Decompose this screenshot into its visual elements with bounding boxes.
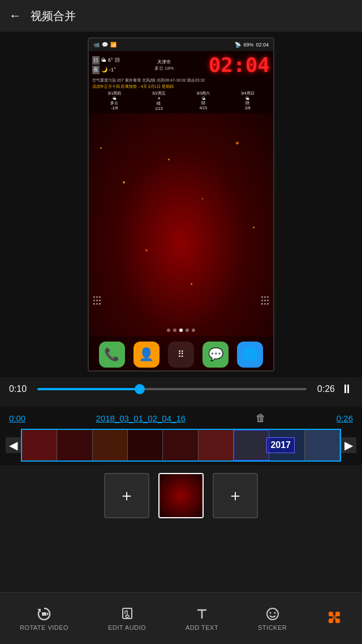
day-label: 日: [92, 56, 100, 65]
forecast-icon-2: 🌤: [181, 96, 226, 100]
filmstrip-frame-1: [57, 430, 92, 460]
sidebar-dot-r: [264, 303, 266, 305]
forecast-icon-0: 🌥: [92, 96, 137, 100]
total-time-label: 0:26: [312, 384, 335, 394]
sidebar-dot: [99, 300, 101, 301]
delete-clip-button[interactable]: 🗑: [256, 412, 266, 424]
add-after-button[interactable]: ＋: [213, 473, 258, 518]
pause-button[interactable]: ⏸: [341, 382, 353, 396]
sparkle-1: [100, 147, 102, 149]
back-button[interactable]: ←: [9, 8, 21, 23]
apps-grid-icon: ⠿: [178, 349, 184, 360]
app-header: ← 视频合并: [0, 0, 362, 32]
forecast-temp-0: -1/8: [92, 106, 137, 110]
svg-point-10: [267, 608, 278, 620]
sidebar-dot: [99, 296, 101, 298]
app-icon-messages[interactable]: 💬: [202, 342, 229, 368]
progress-thumb[interactable]: [135, 384, 145, 394]
sidebar-dot: [96, 300, 98, 301]
forecast-col-2: 3/3周六 🌤 阴 4/15: [181, 91, 226, 110]
forecast-temp-2: 4/15: [181, 106, 226, 110]
sidebar-dot-r: [261, 296, 263, 298]
add-text-label: ADD TEXT: [186, 624, 218, 631]
filmstrip[interactable]: 2017: [21, 429, 341, 462]
day-icon: 🌥: [101, 57, 106, 63]
sidebar-dot: [99, 303, 101, 305]
forecast-desc-3: 阴: [226, 100, 270, 106]
bottom-toolbar: ROTATE VIDEO EDIT AUDIO ADD TEXT STICKER: [0, 592, 362, 644]
app-icon-phone[interactable]: 📞: [99, 342, 125, 368]
contacts-icon: 👤: [139, 347, 154, 362]
weather-date: 戊戌年正月十四 距离惊蛰：4天 3月1日 星期四: [92, 84, 270, 89]
sidebar-dot-r: [267, 303, 269, 305]
forecast-date-1: 3/2周五: [137, 91, 182, 96]
wukong-logo-icon: [326, 609, 342, 625]
forecast-desc-0: 多云: [92, 100, 137, 106]
sidebar-dot-r: [261, 303, 263, 305]
sticker-tool[interactable]: STICKER: [258, 606, 287, 631]
current-time-label: 0:10: [9, 384, 32, 394]
forecast-temp-3: 2/8: [226, 106, 270, 110]
wukong-logo-tool[interactable]: [326, 609, 342, 628]
add-text-tool[interactable]: ADD TEXT: [186, 606, 218, 631]
add-before-button[interactable]: ＋: [104, 473, 149, 518]
app-icon-apps[interactable]: ⠿: [168, 342, 194, 368]
forecast-icon-1: ☀: [137, 96, 182, 101]
battery-level: 69%: [243, 42, 253, 48]
sparkle-2: [123, 181, 125, 184]
clip-end-time[interactable]: 0:26: [337, 413, 353, 423]
svg-point-11: [269, 612, 271, 613]
sparkle-4: [202, 198, 203, 199]
filmstrip-frame-6: [234, 430, 269, 460]
nav-dot-2: [179, 329, 183, 332]
weather-city: 天津市 多云 18%: [154, 59, 174, 71]
sparkle-8: [191, 283, 192, 285]
forecast-desc-2: 阴: [181, 100, 226, 106]
filmstrip-left-arrow[interactable]: ◀: [6, 437, 21, 453]
nav-dot-1: [173, 329, 176, 332]
sidebar-dot: [93, 300, 95, 301]
sparkle-7: [145, 249, 148, 251]
sparkle-3: [168, 159, 170, 160]
forecast-desc-1: 晴: [137, 101, 182, 106]
sidebar-dot-r: [264, 296, 266, 298]
filmstrip-frame-8: [305, 430, 340, 460]
app-icon-contacts[interactable]: 👤: [133, 342, 160, 368]
svg-line-6: [125, 611, 127, 611]
sidebar-dot-r: [264, 300, 266, 301]
plus-icon-right: ＋: [227, 485, 243, 506]
plus-icon-left: ＋: [119, 485, 135, 506]
edit-audio-tool[interactable]: EDIT AUDIO: [108, 606, 146, 631]
add-text-icon: [194, 606, 210, 622]
night-temp: -1°: [109, 67, 116, 72]
video-preview-area: 📹 💬 📶 📡 69% 02:04 日 🌥 6°: [0, 32, 362, 377]
rotate-video-tool[interactable]: ROTATE VIDEO: [20, 606, 68, 631]
forecast-temp-1: 1/13: [137, 106, 182, 110]
svg-point-12: [274, 612, 275, 613]
phone-background: 📞 👤 ⠿ 💬 🌐: [89, 113, 273, 372]
progress-track[interactable]: [37, 388, 307, 390]
app-icon-browser[interactable]: 🌐: [237, 342, 263, 368]
filmstrip-row: ◀ 2017 ▶: [6, 429, 356, 462]
clip-start-time[interactable]: 0:00: [9, 413, 25, 423]
clip-thumbnail[interactable]: [158, 473, 204, 518]
sparkle-6: [253, 227, 255, 228]
big-clock: 02:04: [209, 53, 270, 76]
svg-marker-2: [47, 612, 49, 616]
weather-day: 日 🌥 6° 阴 夜 🌙 -1°: [92, 56, 120, 74]
sidebar-row-r2: [261, 300, 269, 301]
forecast-date-0: 3/1周四: [92, 91, 137, 96]
filmstrip-right-arrow[interactable]: ▶: [341, 437, 356, 453]
night-icon: 🌙: [101, 67, 107, 72]
playback-area: 0:10 0:26 ⏸: [0, 377, 362, 407]
sidebar-dot: [93, 296, 95, 298]
day-temp: 6°: [108, 57, 113, 63]
nav-dots: [167, 329, 195, 332]
nav-dot-4: [192, 329, 195, 332]
edit-audio-label: EDIT AUDIO: [108, 624, 146, 631]
sidebar-row-3: [93, 303, 101, 305]
filmstrip-frame-0: [22, 430, 57, 460]
progress-fill: [37, 388, 140, 390]
page-title: 视频合并: [31, 8, 76, 24]
clip-info-row: 0:00 2018_03_01_02_04_16 🗑 0:26: [0, 410, 362, 427]
